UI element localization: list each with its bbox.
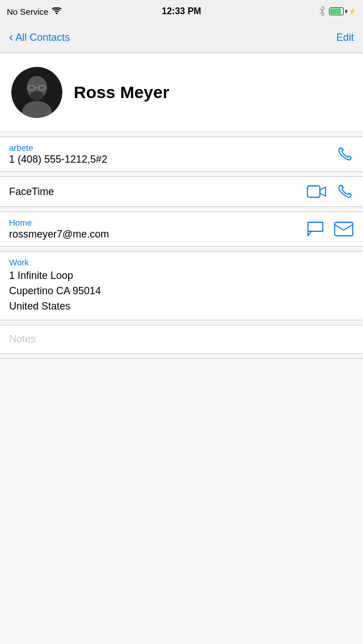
facetime-phone-icon[interactable] — [336, 183, 354, 201]
email-value: rossmeyer7@me.com — [9, 228, 299, 240]
address-line2: Cupertino CA 95014 — [9, 283, 354, 299]
notes-placeholder: Notes — [9, 333, 354, 345]
battery-body — [329, 7, 344, 15]
email-label: Home — [9, 218, 299, 227]
charging-bolt: ⚡ — [348, 8, 356, 15]
phone-content: arbete 1 (408) 555-1212,5#2 — [9, 143, 329, 166]
facetime-row[interactable]: FaceTime — [0, 177, 363, 206]
status-left: No Service — [7, 7, 62, 16]
avatar — [11, 67, 62, 118]
carrier-text: No Service — [7, 7, 48, 16]
notes-section[interactable]: Notes — [0, 325, 363, 354]
wifi-icon — [52, 7, 62, 15]
email-section: Home rossmeyer7@me.com — [0, 211, 363, 247]
address-section: Work 1 Infinite Loop Cupertino CA 95014 … — [0, 251, 363, 320]
phone-row[interactable]: arbete 1 (408) 555-1212,5#2 — [0, 137, 363, 171]
bottom-separator — [0, 358, 363, 359]
back-chevron-icon: ‹ — [9, 31, 13, 44]
contact-name: Ross Meyer — [74, 83, 169, 102]
status-right: ⚡ — [319, 6, 356, 16]
email-icons — [306, 220, 354, 238]
facetime-icons — [306, 183, 354, 201]
facetime-content: FaceTime — [9, 186, 299, 198]
battery-fill — [330, 9, 341, 14]
address-row[interactable]: Work 1 Infinite Loop Cupertino CA 95014 … — [0, 252, 363, 320]
facetime-section: FaceTime — [0, 176, 363, 207]
facetime-label: FaceTime — [9, 186, 299, 198]
bluetooth-icon — [319, 6, 326, 16]
status-time: 12:33 PM — [162, 6, 201, 16]
address-line3: United States — [9, 299, 354, 314]
email-content: Home rossmeyer7@me.com — [9, 218, 299, 240]
svg-rect-8 — [307, 186, 320, 197]
svg-point-0 — [56, 12, 58, 14]
battery-tip — [345, 10, 347, 13]
message-icon[interactable] — [306, 220, 324, 238]
address-content: Work 1 Infinite Loop Cupertino CA 95014 … — [9, 257, 354, 314]
phone-value: 1 (408) 555-1212,5#2 — [9, 154, 329, 166]
avatar-image — [11, 67, 62, 118]
address-label: Work — [9, 257, 354, 267]
battery: ⚡ — [329, 7, 356, 15]
svg-rect-9 — [335, 222, 353, 236]
svg-point-7 — [30, 91, 44, 100]
back-button[interactable]: ‹ All Contacts — [9, 32, 70, 44]
address-value: 1 Infinite Loop Cupertino CA 95014 Unite… — [9, 268, 354, 314]
edit-button[interactable]: Edit — [336, 32, 354, 44]
status-bar: No Service 12:33 PM ⚡ — [0, 0, 363, 23]
phone-section: arbete 1 (408) 555-1212,5#2 — [0, 137, 363, 172]
call-phone-icon[interactable] — [336, 145, 354, 163]
contact-header: Ross Meyer — [0, 53, 363, 132]
back-label: All Contacts — [15, 32, 70, 44]
mail-icon[interactable] — [334, 220, 354, 238]
nav-bar: ‹ All Contacts Edit — [0, 23, 363, 53]
phone-label: arbete — [9, 143, 329, 152]
facetime-video-icon[interactable] — [306, 183, 327, 201]
address-line1: 1 Infinite Loop — [9, 268, 354, 283]
phone-icons — [336, 145, 354, 163]
email-row[interactable]: Home rossmeyer7@me.com — [0, 212, 363, 246]
